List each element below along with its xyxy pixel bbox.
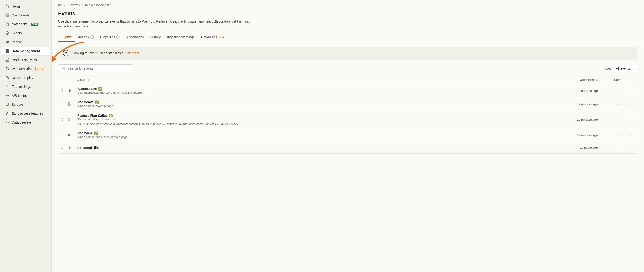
row-more-button[interactable]: ···	[628, 88, 634, 94]
people-icon	[5, 40, 10, 44]
svg-marker-26	[7, 77, 8, 79]
arrow-down-btn[interactable]: ∨	[61, 120, 63, 122]
chevron-down-icon: ⌄	[632, 67, 634, 70]
arrow-up-btn[interactable]: ∧	[61, 132, 63, 135]
sidebar-item-data-pipeline[interactable]: Data pipeline	[2, 118, 50, 127]
row-more-button[interactable]: ···	[628, 101, 634, 107]
row-more-button[interactable]: ···	[628, 132, 634, 138]
tab-actions[interactable]: Actions i	[75, 33, 97, 42]
database-beta-badge: BETA	[216, 35, 225, 39]
svg-point-25	[6, 76, 9, 79]
svg-rect-0	[6, 14, 7, 15]
row-more-cell: ···	[624, 98, 638, 111]
sidebar-item-data-management-label: Data management	[12, 49, 40, 53]
tab-events[interactable]: Events	[58, 33, 75, 42]
sidebar-item-product-analytics[interactable]: Product analytics +	[2, 56, 50, 64]
data-pipeline-icon	[5, 120, 10, 125]
arrow-down-btn[interactable]: ∨	[61, 91, 63, 93]
sidebar-item-product-analytics-label: Product analytics	[12, 58, 37, 62]
col-arrows	[58, 76, 66, 84]
breadcrumb-data-management[interactable]: Data Management	[84, 3, 109, 7]
tab-ingestion-warnings[interactable]: Ingestion warnings	[164, 33, 198, 42]
event-name[interactable]: Feature Flag Called ✅	[78, 114, 560, 117]
arrow-up-btn[interactable]: ∧	[61, 88, 63, 90]
event-type-icon	[67, 117, 72, 122]
arrow-down-btn[interactable]: ∨	[61, 148, 63, 150]
svg-rect-21	[8, 59, 9, 62]
event-type-icon	[67, 88, 72, 93]
table-row: ∧ ∨ Pageview ✅ When a user loads (or rel…	[58, 128, 638, 142]
banner-link[interactable]: Click here!	[124, 51, 139, 55]
col-icon	[66, 76, 74, 84]
sidebar-item-feature-flags[interactable]: Feature flags	[2, 82, 50, 91]
type-select-dropdown[interactable]: All events ⌄	[613, 65, 638, 72]
event-name[interactable]: Pageleave ✅	[78, 100, 560, 104]
arrow-down-btn[interactable]: ∨	[61, 135, 63, 138]
page-title: Events	[52, 7, 644, 17]
session-replay-icon	[5, 76, 10, 80]
arrow-down-btn[interactable]: ∨	[61, 104, 63, 107]
arrow-up-btn[interactable]: ∧	[61, 145, 63, 147]
sidebar-item-early-access[interactable]: Early access features	[2, 109, 50, 118]
sidebar-item-early-access-label: Early access features	[12, 112, 43, 115]
breadcrumb-howdy[interactable]: Howdy ∨	[68, 3, 81, 7]
svg-rect-33	[70, 120, 71, 121]
sidebar-item-data-management[interactable]: Data management	[2, 47, 50, 55]
svg-rect-3	[8, 16, 9, 17]
sidebar-item-dashboards[interactable]: Dashboards	[2, 11, 50, 20]
tab-history[interactable]: History	[147, 33, 164, 42]
sidebar-item-home[interactable]: Home	[2, 2, 50, 11]
arrow-up-btn[interactable]: ∧	[61, 102, 63, 104]
sidebar-item-web-analytics[interactable]: Web analytics BETA	[2, 65, 50, 73]
sidebar-item-notebooks[interactable]: Notebooks NEW	[2, 20, 50, 29]
page-description: Use data management to organize events t…	[52, 17, 263, 33]
svg-rect-2	[6, 16, 7, 17]
row-last-seen: 17 hours ago	[564, 142, 601, 154]
sidebar-item-events-label: Events	[12, 31, 22, 35]
svg-rect-17	[6, 51, 9, 52]
row-tags: —	[601, 84, 624, 98]
verified-icon: ✅	[109, 114, 113, 117]
sidebar-item-events[interactable]: Events	[2, 29, 50, 37]
tab-database[interactable]: Database BETA	[198, 33, 228, 42]
row-more-cell: ···	[624, 111, 638, 128]
row-last-seen: 12 minutes ago	[564, 128, 601, 142]
sidebar-item-dashboards-label: Dashboards	[12, 14, 30, 17]
row-icon-cell	[66, 111, 74, 128]
event-type-icon	[67, 102, 72, 107]
col-last-seen: LAST SEEN ⇅	[564, 76, 601, 84]
ab-testing-icon	[5, 94, 10, 98]
event-name[interactable]: Pageview ✅	[78, 131, 560, 135]
row-more-button[interactable]: ···	[628, 145, 634, 151]
tabs-bar: Events Actions i Properties i Annotation…	[52, 33, 644, 42]
svg-rect-31	[70, 118, 71, 119]
sidebar-item-home-label: Home	[12, 5, 20, 8]
sidebar-item-people[interactable]: People	[2, 38, 50, 46]
product-analytics-plus[interactable]: +	[44, 58, 46, 62]
tab-properties[interactable]: Properties i	[97, 33, 123, 42]
name-sort-icon[interactable]: ⇅	[87, 79, 90, 82]
sidebar-item-ab-testing[interactable]: A/B testing	[2, 91, 50, 100]
feature-flags-icon	[5, 85, 10, 89]
event-sort-arrows: ∧ ∨	[60, 88, 64, 93]
search-box[interactable]: 🔍	[58, 64, 133, 72]
col-actions	[624, 76, 638, 84]
sidebar-item-session-replay[interactable]: Session replay	[2, 74, 50, 82]
sidebar-item-notebooks-label: Notebooks	[12, 22, 28, 26]
dashboard-icon	[5, 13, 10, 17]
verified-icon: ✅	[94, 131, 98, 135]
tab-annotations[interactable]: Annotations	[123, 33, 147, 42]
svg-rect-30	[68, 118, 70, 119]
row-more-button[interactable]: ···	[628, 117, 634, 123]
events-icon	[5, 31, 10, 35]
lastseen-sort-icon[interactable]: ⇅	[596, 79, 598, 82]
event-name[interactable]: uploaded_file	[78, 146, 560, 150]
data-management-icon	[5, 49, 10, 53]
svg-point-15	[8, 41, 9, 42]
event-name[interactable]: Autocapture ✅	[78, 87, 560, 91]
arrow-up-btn[interactable]: ∧	[61, 117, 63, 119]
svg-rect-18	[6, 52, 9, 53]
search-input[interactable]	[68, 67, 130, 70]
breadcrumb-ian[interactable]: Ian ∨	[58, 3, 66, 7]
sidebar-item-surveys[interactable]: Surveys	[2, 100, 50, 109]
